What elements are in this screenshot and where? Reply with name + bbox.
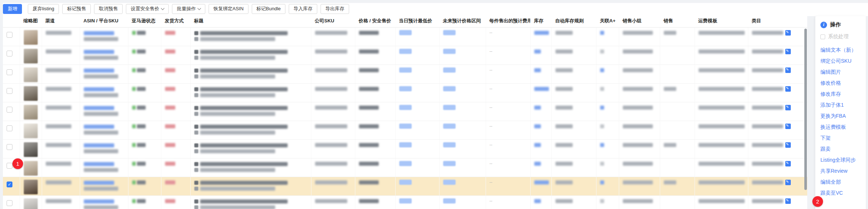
today-min-price-link[interactable] bbox=[399, 124, 412, 129]
asin-link-redacted[interactable] bbox=[84, 181, 114, 185]
aplus-link-icon[interactable] bbox=[600, 180, 604, 184]
aplus-link-icon[interactable] bbox=[600, 87, 604, 91]
row-checkbox[interactable] bbox=[7, 69, 12, 75]
asin-link-redacted[interactable] bbox=[84, 106, 114, 110]
category-edit-icon[interactable] bbox=[785, 86, 791, 92]
product-thumbnail[interactable] bbox=[24, 198, 38, 209]
today-min-price-link[interactable] bbox=[399, 30, 412, 35]
table-row[interactable]: -- bbox=[3, 83, 807, 102]
product-thumbnail[interactable] bbox=[24, 105, 38, 120]
asin-link-redacted[interactable] bbox=[84, 143, 114, 147]
inventory-link-redacted[interactable] bbox=[534, 143, 541, 147]
row-checkbox[interactable] bbox=[7, 107, 12, 113]
table-row[interactable]: -- bbox=[3, 139, 807, 158]
product-thumbnail[interactable] bbox=[24, 180, 38, 194]
today-min-price-link[interactable] bbox=[399, 49, 412, 54]
follow-sell-link[interactable]: 跟卖 bbox=[820, 143, 866, 154]
aplus-link-icon[interactable] bbox=[600, 124, 604, 128]
product-thumbnail[interactable] bbox=[24, 124, 38, 138]
today-min-price-link[interactable] bbox=[399, 198, 412, 203]
future-price-range-link[interactable] bbox=[443, 30, 456, 35]
future-price-range-link[interactable] bbox=[443, 105, 456, 110]
follow-sell-to-vc-link[interactable]: 跟卖至VC bbox=[820, 187, 866, 198]
aplus-link-icon[interactable] bbox=[600, 199, 604, 203]
product-thumbnail[interactable] bbox=[24, 49, 38, 63]
delist-link[interactable]: 下架 bbox=[820, 132, 866, 143]
asin-link-redacted[interactable] bbox=[84, 87, 114, 91]
share-review-link[interactable]: 共享Review bbox=[820, 165, 866, 176]
category-edit-icon[interactable] bbox=[785, 105, 791, 110]
table-row[interactable]: -- bbox=[3, 195, 807, 209]
asin-link-redacted[interactable] bbox=[84, 162, 114, 166]
table-row[interactable]: -- bbox=[3, 102, 807, 121]
category-edit-icon[interactable] bbox=[785, 198, 791, 204]
today-min-price-link[interactable] bbox=[399, 67, 412, 73]
inventory-link-redacted[interactable] bbox=[534, 50, 541, 54]
aplus-link-icon[interactable] bbox=[600, 162, 604, 166]
bind-company-sku-link[interactable]: 绑定公司SKU bbox=[820, 55, 866, 66]
asin-link-redacted[interactable] bbox=[84, 31, 114, 35]
product-thumbnail[interactable] bbox=[24, 67, 38, 82]
category-edit-icon[interactable] bbox=[785, 124, 791, 129]
today-min-price-link[interactable] bbox=[399, 86, 412, 91]
cancel-presale-button[interactable]: 取消预售 bbox=[94, 4, 123, 14]
listing-global-sync-link[interactable]: Listing全球同步 bbox=[820, 154, 866, 165]
row-checkbox[interactable] bbox=[7, 32, 12, 38]
product-thumbnail[interactable] bbox=[24, 30, 38, 45]
edit-all-link[interactable]: 编辑全部 bbox=[820, 176, 866, 187]
discard-listing-button[interactable]: 废弃listing bbox=[28, 4, 59, 14]
future-price-range-link[interactable] bbox=[443, 124, 456, 129]
aplus-link-icon[interactable] bbox=[600, 31, 604, 35]
inventory-link-redacted[interactable] bbox=[534, 180, 549, 184]
future-price-range-link[interactable] bbox=[443, 49, 456, 54]
table-row[interactable]: -- bbox=[3, 121, 807, 139]
asin-link-redacted[interactable] bbox=[84, 125, 114, 129]
future-price-range-link[interactable] bbox=[443, 142, 456, 147]
inventory-link-redacted[interactable] bbox=[534, 87, 549, 91]
table-row[interactable]: -- bbox=[3, 46, 807, 65]
import-inventory-button[interactable]: 导入库存 bbox=[289, 4, 317, 14]
aplus-link-icon[interactable] bbox=[600, 68, 604, 72]
future-price-range-link[interactable] bbox=[443, 86, 456, 91]
inventory-link-redacted[interactable] bbox=[534, 68, 541, 72]
row-checkbox[interactable] bbox=[7, 88, 12, 94]
row-checkbox[interactable] bbox=[7, 51, 12, 56]
today-min-price-link[interactable] bbox=[399, 105, 412, 110]
set-safe-price-button[interactable]: 设置安全售价 bbox=[126, 4, 169, 14]
row-checkbox[interactable] bbox=[7, 200, 12, 206]
product-thumbnail[interactable] bbox=[24, 161, 38, 176]
change-shipping-template-link[interactable]: 换运费模板 bbox=[820, 121, 866, 132]
category-edit-icon[interactable] bbox=[785, 142, 791, 148]
row-checkbox[interactable] bbox=[7, 125, 12, 131]
today-min-price-link[interactable] bbox=[399, 180, 412, 185]
category-edit-icon[interactable] bbox=[785, 67, 791, 73]
row-checkbox[interactable] bbox=[7, 163, 12, 169]
asin-link-redacted[interactable] bbox=[84, 50, 114, 54]
inventory-link-redacted[interactable] bbox=[534, 199, 541, 203]
inventory-link-redacted[interactable] bbox=[534, 106, 541, 110]
edit-images-link[interactable]: 编辑图片 bbox=[820, 66, 866, 77]
batch-operations-button[interactable]: 批量操作 bbox=[172, 4, 205, 14]
restore-bind-asin-button[interactable]: 恢复绑定ASIN bbox=[209, 4, 248, 14]
table-row[interactable]: -- bbox=[3, 158, 807, 177]
add-new-button[interactable]: 新增 bbox=[3, 4, 22, 14]
mark-bundle-button[interactable]: 标记Bundle bbox=[252, 4, 285, 14]
future-price-range-link[interactable] bbox=[443, 161, 456, 166]
asin-link-redacted[interactable] bbox=[84, 69, 114, 73]
aplus-link-icon[interactable] bbox=[600, 143, 604, 147]
category-edit-icon[interactable] bbox=[785, 49, 791, 54]
product-thumbnail[interactable] bbox=[24, 86, 38, 101]
category-edit-icon[interactable] bbox=[785, 161, 791, 166]
aplus-link-icon[interactable] bbox=[600, 106, 604, 110]
switch-to-fba-link[interactable]: 更换为FBA bbox=[820, 110, 866, 121]
future-price-range-link[interactable] bbox=[443, 67, 456, 73]
future-price-range-link[interactable] bbox=[443, 180, 456, 185]
edit-text-new-link[interactable]: 编辑文本（新） bbox=[820, 44, 866, 55]
today-min-price-link[interactable] bbox=[399, 161, 412, 166]
inventory-link-redacted[interactable] bbox=[534, 31, 549, 35]
edit-price-link[interactable]: 修改价格 bbox=[820, 77, 866, 88]
vertical-scrollbar[interactable] bbox=[804, 29, 807, 190]
product-thumbnail[interactable] bbox=[24, 142, 38, 157]
inventory-link-redacted[interactable] bbox=[534, 162, 541, 166]
asin-link-redacted[interactable] bbox=[84, 199, 114, 203]
